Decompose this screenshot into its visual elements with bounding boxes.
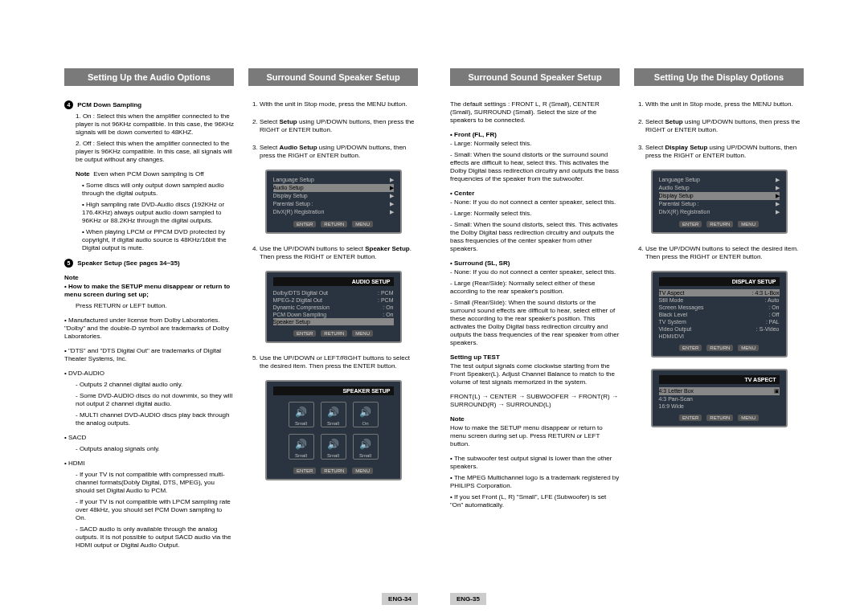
surround-title: • Surround (SL, SR) [450, 260, 620, 267]
front-small: - Small: When the sound distorts or the … [450, 151, 620, 183]
step-4: Use the UP/DOWN buttons to select Speake… [260, 245, 418, 261]
dvd-audio-heading: • DVD-AUDIO [64, 370, 234, 378]
osd-audio-setup: AUDIO SETUP Dolby/DTS Digital Out: PCM M… [265, 271, 402, 343]
steps-surround: With the unit in Stop mode, press the ME… [260, 100, 418, 160]
front-title: • Front (FL, FR) [450, 131, 620, 138]
center-large: - Large: Normally select this. [450, 210, 620, 218]
pcm-title: PCM Down Sampling [77, 101, 141, 108]
page-right: Surround Sound Speaker Setup The default… [450, 68, 804, 589]
osd-setup-menu-2: Language Setup▶ Audio Setup▶ Display Set… [651, 170, 788, 234]
note-b3: • When playing LPCM or PPCM DVD protecte… [82, 228, 234, 252]
note-label: Note [76, 170, 90, 178]
disp-step-3: Select Display Setup using UP/DOWN butto… [645, 144, 804, 160]
test-title: Setting up TEST [450, 353, 620, 361]
dvda-2: - Some DVD-AUDIO discs do not downmix, s… [76, 392, 234, 408]
page-number-left: ENG-34 [382, 593, 418, 605]
column-2: Surround Sound Speaker Setup With the un… [248, 68, 418, 589]
column-3: Surround Sound Speaker Setup The default… [450, 68, 620, 589]
column-1: Setting Up the Audio Options 4 PCM Down … [64, 68, 234, 589]
note3-b3: • If you set Front (L, R) "Small", LFE (… [450, 493, 620, 509]
steps-display: With the unit in Stop mode, press the ME… [645, 100, 804, 160]
note-b2: • High sampling rate DVD-Audio discs (19… [82, 201, 234, 225]
note-even: Even when PCM Down sampling is Off [93, 170, 203, 178]
steps-surround-cont: Use the UP/DOWN buttons to select Speake… [260, 245, 418, 261]
disp-step-4: Use the UP/DOWN buttons to select the de… [645, 245, 804, 261]
dts-note: • "DTS" and "DTS Digital Out" are tradem… [64, 347, 234, 363]
default-settings: The default settings : FRONT L, R (Small… [450, 100, 620, 125]
hdmi-1: - If your TV is not compatible with comp… [76, 471, 234, 495]
note-b1: • Some discs will only output down sampl… [82, 182, 234, 198]
disp-step-1: With the unit in Stop mode, press the ME… [645, 100, 804, 108]
bullet-4: 4 [64, 100, 73, 109]
osd-display-setup: DISPLAY SETUP TV Aspect: 4:3 L-Box Still… [651, 271, 788, 358]
pcm-on: 1. On : Select this when the amplifier c… [76, 112, 234, 137]
center-small: - Small: When the sound distorts, select… [450, 221, 620, 253]
note3-b1: • The subwoofer test output signal is lo… [450, 455, 620, 471]
page-left: Setting Up the Audio Options 4 PCM Down … [64, 68, 418, 589]
speaker-setup-ref: Speaker Setup (See pages 34~35) [77, 260, 179, 267]
page-number-right: ENG-35 [450, 593, 486, 605]
surround-large: - Large (Rear/Side): Normally select eit… [450, 280, 620, 296]
center-title: • Center [450, 190, 620, 197]
howto-bold: • How to make the SETUP menu disappear o… [64, 283, 230, 298]
test-para: The test output signals come clockwise s… [450, 362, 620, 386]
header-surround-1: Surround Sound Speaker Setup [248, 68, 418, 86]
steps-display-cont: Use the UP/DOWN buttons to select the de… [645, 245, 804, 261]
center-none: - None: If you do not connect a center s… [450, 198, 620, 206]
dolby-note: • Manufactured under license from Dolby … [64, 317, 234, 341]
disp-step-2: Select Setup using UP/DOWN buttons, then… [645, 118, 804, 134]
header-surround-2: Surround Sound Speaker Setup [450, 68, 620, 86]
howto-answer: Press RETURN or LEFT button. [76, 302, 234, 310]
note3-para: How to make the SETUP menu disappear or … [450, 424, 620, 448]
manual-spread: Setting Up the Audio Options 4 PCM Down … [64, 68, 804, 589]
step-5: Use the UP/DOWN or LEFT/RIGHT buttons to… [260, 354, 418, 370]
hdmi-2: - If your TV is not compatible with LPCM… [76, 498, 234, 522]
sacd-1: - Outputs analog signals only. [76, 445, 234, 453]
note-heading: Note [64, 274, 234, 281]
column-4: Setting Up the Display Options With the … [634, 68, 804, 589]
surround-small: - Small (Rear/Side): When the sound dist… [450, 299, 620, 347]
bullet-5: 5 [64, 259, 73, 268]
step-2: Select Setup using UP/DOWN buttons, then… [260, 118, 418, 134]
sacd-heading: • SACD [64, 434, 234, 442]
osd-setup-menu-1: Language Setup▶ Audio Setup▶ Display Set… [265, 170, 402, 234]
pcm-off: 2. Off : Select this when the amplifier … [76, 140, 234, 164]
header-audio-options: Setting Up the Audio Options [64, 68, 234, 86]
header-display-options: Setting Up the Display Options [634, 68, 804, 86]
note3-title: Note [450, 415, 620, 423]
step-3: Select Audio Setup using UP/DOWN buttons… [260, 144, 418, 160]
hdmi-heading: • HDMI [64, 460, 234, 468]
dvda-1: - Outputs 2 channel digital audio only. [76, 381, 234, 389]
front-large: - Large: Normally select this. [450, 140, 620, 148]
osd-speaker-setup: SPEAKER SETUP 🔊Small 🔊Small 🔊On 🔊Small 🔊… [265, 380, 402, 480]
steps-surround-end: Use the UP/DOWN or LEFT/RIGHT buttons to… [260, 354, 418, 370]
osd-tv-aspect: TV ASPECT 4:3 Letter Box▣ 4:3 Pan-Scan 1… [651, 369, 788, 427]
surround-none: - None: If you do not connect a center s… [450, 268, 620, 276]
hdmi-3: - SACD audio is only available through t… [76, 525, 234, 550]
dvda-3: - MULTI channel DVD-AUDIO discs play bac… [76, 411, 234, 427]
test-chain: FRONT(L) → CENTER → SUBWOOFER → FRONT(R)… [450, 393, 620, 409]
step-1: With the unit in Stop mode, press the ME… [260, 100, 418, 108]
note3-b2: • The MPEG Multichannel logo is a tradem… [450, 474, 620, 490]
